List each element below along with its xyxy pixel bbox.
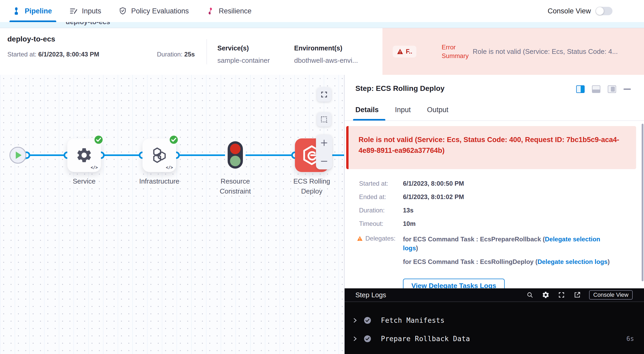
pipeline-canvas[interactable]: </> Service </> Infrastructure Resource … <box>0 75 344 354</box>
main-content: </> Service </> Infrastructure Resource … <box>0 75 644 354</box>
play-icon <box>16 152 22 159</box>
expand-logs-button[interactable] <box>558 291 565 299</box>
detail-label: Started at: <box>345 180 403 187</box>
resource-constraint-node-label: Resource Constraint <box>212 176 259 196</box>
inputs-icon <box>69 7 78 15</box>
infrastructure-node-label: Infrastructure <box>130 176 188 186</box>
success-badge-icon <box>169 135 179 145</box>
pipeline-execution-page: Pipeline Inputs Policy Evaluations Resil… <box>0 0 644 354</box>
tab-inputs[interactable]: Inputs <box>69 7 101 15</box>
resource-constraint-node[interactable] <box>228 141 243 169</box>
search-logs-button[interactable] <box>526 291 534 299</box>
layout-fill <box>611 87 615 92</box>
tab-details[interactable]: Details <box>355 106 379 114</box>
pipeline-name: deploy-to-ecs <box>7 35 55 43</box>
tab-inputs-label: Inputs <box>82 7 101 15</box>
log-row-fetch-manifests[interactable]: Fetch Manifests <box>345 315 644 326</box>
log-step-label: Fetch Manifests <box>381 316 444 324</box>
top-navbar: Pipeline Inputs Policy Evaluations Resil… <box>0 0 644 22</box>
layout-floating-button[interactable] <box>608 85 616 93</box>
console-view-label: Console View <box>548 7 591 15</box>
start-node[interactable] <box>9 147 26 164</box>
canvas-marquee-select-button[interactable] <box>317 112 331 127</box>
error-summary-text: Role is not valid (Service: Ecs, Status … <box>473 48 618 56</box>
log-step-duration: 6s <box>626 335 634 342</box>
console-view-toggle[interactable] <box>596 7 612 15</box>
warning-icon <box>357 236 363 241</box>
tab-input[interactable]: Input <box>395 106 411 114</box>
resilience-icon <box>206 7 214 15</box>
infrastructure-node[interactable]: </> <box>142 138 176 172</box>
minus-icon <box>320 157 328 165</box>
delegate-selection-logs-link[interactable]: Delegate selection logs <box>538 258 608 265</box>
detail-value: 10m <box>403 220 416 227</box>
console-view-button[interactable]: Console View <box>589 290 633 300</box>
delegate-text: ) <box>607 258 610 265</box>
panel-scrollbar[interactable] <box>642 124 643 281</box>
chevron-right-icon[interactable] <box>352 336 358 341</box>
step-panel-tabs: Details Input Output <box>355 106 448 114</box>
execution-header: deploy-to-ecs Started at: 6/1/2023, 8:00… <box>0 28 644 75</box>
pipeline-icon <box>12 7 21 15</box>
minimize-panel-button[interactable] <box>623 88 631 90</box>
pipeline-connectors <box>0 75 344 354</box>
tab-pipeline[interactable]: Pipeline <box>12 7 52 15</box>
detail-value: 13s <box>403 207 413 214</box>
log-step-label: Prepare Rollback Data <box>381 335 470 343</box>
tab-pipeline-label: Pipeline <box>25 7 52 15</box>
log-settings-button[interactable] <box>542 291 550 299</box>
step-logs-section: Step Logs Con <box>345 288 644 354</box>
tab-resilience[interactable]: Resilience <box>206 7 252 15</box>
zoom-out-button[interactable] <box>320 157 329 166</box>
delegate-text: for ECS Command Task : EcsRollingDeploy … <box>403 258 538 265</box>
chevron-right-icon[interactable] <box>352 318 358 323</box>
divider <box>345 121 644 121</box>
scrolled-breadcrumb-strip: deploy-to-ecs <box>0 22 644 28</box>
tab-policy-evaluations-label: Policy Evaluations <box>131 7 189 15</box>
toggle-knob <box>596 7 604 15</box>
delegate-line: for ECS Command Task : EcsPrepareRollbac… <box>403 235 611 253</box>
search-icon <box>527 291 533 298</box>
layout-bottom-split-button[interactable] <box>592 85 600 93</box>
warning-icon <box>397 49 403 54</box>
success-badge-icon <box>94 135 104 145</box>
tab-output[interactable]: Output <box>427 106 448 114</box>
delegates-label-wrap: Delegates: <box>345 235 403 271</box>
plus-icon <box>320 139 328 147</box>
step-error-message: Role is not valid (Service: Ecs, Status … <box>359 134 628 156</box>
log-row-prepare-rollback-data[interactable]: Prepare Rollback Data 6s <box>345 333 644 345</box>
duration-label: Duration: <box>157 51 184 58</box>
started-at-value: 6/1/2023, 8:00:43 PM <box>38 51 99 58</box>
hexagons-icon <box>150 146 168 164</box>
detail-label: Duration: <box>345 207 403 214</box>
divider <box>207 39 207 64</box>
layout-fill <box>581 86 584 92</box>
layout-right-split-button[interactable] <box>576 85 585 93</box>
code-icon: </> <box>91 165 98 170</box>
check-circle-icon <box>364 335 371 343</box>
marquee-select-icon <box>320 116 328 123</box>
duration-value: 25s <box>184 51 195 58</box>
detail-row-delegates: Delegates: for ECS Command Task : EcsPre… <box>345 235 618 271</box>
detail-value: 6/1/2023, 8:00:50 PM <box>403 180 464 187</box>
open-logs-new-tab-button[interactable] <box>573 291 581 299</box>
service-node[interactable]: </> <box>67 138 101 172</box>
status-badge-text: F.. <box>406 48 412 55</box>
step-logs-title: Step Logs <box>355 291 386 299</box>
detail-label: Ended at: <box>345 193 403 201</box>
active-tab-underline <box>9 20 56 22</box>
panel-layout-controls <box>576 85 631 93</box>
zoom-in-button[interactable] <box>320 138 329 147</box>
delegates-list: for ECS Command Task : EcsPrepareRollbac… <box>403 235 611 271</box>
tab-policy-evaluations[interactable]: Policy Evaluations <box>119 7 189 15</box>
services-value[interactable]: sample-container <box>217 56 270 65</box>
environments-value[interactable]: dbothwell-aws-envi... <box>294 56 358 65</box>
step-logs-body: Fetch Manifests Prepare Rollback Data 6s <box>345 301 644 354</box>
service-node-label: Service <box>55 176 113 186</box>
detail-row-timeout: Timeout: 10m <box>345 220 618 227</box>
detail-label: Timeout: <box>345 220 403 227</box>
shield-check-icon <box>119 7 127 15</box>
canvas-fullscreen-button[interactable] <box>317 87 331 102</box>
step-error-banner: Role is not valid (Service: Ecs, Status … <box>346 126 636 169</box>
detail-row-duration: Duration: 13s <box>345 207 618 214</box>
